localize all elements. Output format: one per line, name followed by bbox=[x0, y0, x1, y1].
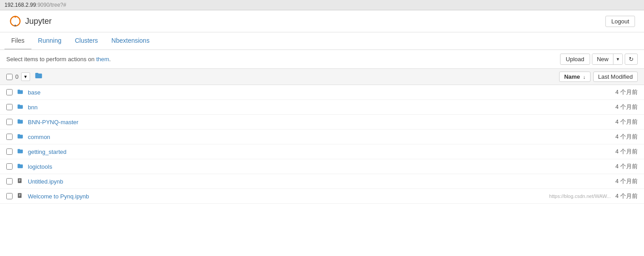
item-count: 0 bbox=[15, 73, 18, 80]
new-button[interactable]: New bbox=[592, 54, 613, 64]
file-row-left: Welcome to Pynq.ipynb bbox=[6, 193, 89, 200]
url-hint: https://blog.csdn.net/WAW... bbox=[549, 193, 611, 199]
jupyter-logo-icon bbox=[9, 15, 22, 27]
svg-rect-8 bbox=[18, 193, 22, 198]
tab-files[interactable]: Files bbox=[4, 32, 31, 49]
row-checkbox[interactable] bbox=[6, 193, 13, 199]
row-checkbox[interactable] bbox=[6, 148, 13, 155]
tab-nbextensions[interactable]: Nbextensions bbox=[105, 32, 156, 49]
address-ip: 192.168.2.99 bbox=[4, 2, 36, 8]
row-checkbox[interactable] bbox=[6, 119, 13, 125]
folder-icon bbox=[17, 163, 23, 171]
file-row-left: bnn bbox=[6, 103, 38, 111]
row-checkbox[interactable] bbox=[6, 178, 13, 184]
file-date: 4 个月前 bbox=[615, 88, 638, 96]
tab-clusters[interactable]: Clusters bbox=[68, 32, 105, 49]
new-folder-button[interactable] bbox=[33, 72, 44, 82]
table-row: getting_started 4 个月前 bbox=[0, 144, 644, 159]
toolbar-right: Upload New ▾ ↻ bbox=[560, 54, 638, 65]
file-date: 4 个月前 bbox=[615, 118, 638, 126]
refresh-button[interactable]: ↻ bbox=[625, 54, 638, 65]
tab-running[interactable]: Running bbox=[31, 32, 68, 49]
file-link[interactable]: Welcome to Pynq.ipynb bbox=[28, 193, 89, 200]
select-info: Select items to perform actions on them. bbox=[6, 56, 111, 63]
svg-point-2 bbox=[14, 16, 16, 18]
file-row-left: getting_started bbox=[6, 148, 66, 156]
address-bar: 192.168.2.99:9090/tree?# bbox=[0, 0, 644, 10]
row-checkbox[interactable] bbox=[6, 163, 13, 170]
select-all-checkbox[interactable] bbox=[6, 74, 13, 80]
sort-lastmod-button[interactable]: Last Modified bbox=[593, 72, 638, 82]
folder-icon bbox=[17, 89, 23, 96]
folder-icon bbox=[17, 133, 23, 141]
row-checkbox[interactable] bbox=[6, 134, 13, 140]
file-row-left: base bbox=[6, 89, 40, 96]
table-row: bnn 4 个月前 bbox=[0, 100, 644, 115]
new-dropdown-button[interactable]: ▾ bbox=[613, 54, 622, 64]
file-list-header: 0 ▾ Name ↓ Last Modified bbox=[0, 68, 644, 85]
row-checkbox[interactable] bbox=[6, 89, 13, 95]
table-row: BNN-PYNQ-master 4 个月前 bbox=[0, 115, 644, 130]
table-row: Untitled.ipynb 4 个月前 bbox=[0, 174, 644, 189]
notebook-icon bbox=[17, 193, 23, 200]
tabs-bar: Files Running Clusters Nbextensions bbox=[0, 32, 644, 50]
upload-button[interactable]: Upload bbox=[560, 54, 590, 65]
file-row-left: logictools bbox=[6, 163, 52, 171]
file-link[interactable]: BNN-PYNQ-master bbox=[28, 119, 79, 126]
sort-name-button[interactable]: Name ↓ bbox=[559, 72, 591, 82]
file-link[interactable]: logictools bbox=[28, 163, 52, 170]
table-row: Welcome to Pynq.ipynb https://blog.csdn.… bbox=[0, 189, 644, 204]
file-link[interactable]: base bbox=[28, 89, 40, 96]
file-link[interactable]: Untitled.ipynb bbox=[28, 178, 63, 185]
toolbar: Select items to perform actions on them.… bbox=[0, 50, 644, 68]
select-message-link[interactable]: them bbox=[96, 56, 109, 63]
file-date: 4 个月前 bbox=[615, 177, 638, 185]
folder-icon bbox=[17, 103, 23, 111]
logout-button[interactable]: Logout bbox=[605, 16, 635, 27]
svg-rect-4 bbox=[18, 178, 22, 183]
notebook-icon bbox=[17, 178, 23, 185]
app-title: Jupyter bbox=[25, 17, 52, 26]
file-date: 4 个月前 bbox=[615, 103, 638, 111]
item-count-dropdown[interactable]: ▾ bbox=[21, 72, 30, 81]
file-row-left: Untitled.ipynb bbox=[6, 178, 63, 185]
file-date: 4 个月前 bbox=[615, 133, 638, 141]
folder-icon bbox=[17, 148, 23, 156]
table-row: base 4 个月前 bbox=[0, 85, 644, 100]
folder-icon bbox=[17, 118, 23, 126]
file-date: 4 个月前 bbox=[615, 148, 638, 156]
file-link[interactable]: common bbox=[28, 134, 50, 140]
file-date: 4 个月前 bbox=[615, 162, 638, 171]
table-row: logictools 4 个月前 bbox=[0, 159, 644, 174]
file-list: base 4 个月前 bnn 4 个月前 BNN-PYNQ-master 4 个… bbox=[0, 85, 644, 204]
svg-point-3 bbox=[14, 25, 16, 27]
file-list-header-right: Name ↓ Last Modified bbox=[559, 72, 638, 82]
header: Jupyter Logout bbox=[0, 10, 644, 32]
file-date: 4 个月前 bbox=[615, 192, 638, 200]
folder-icon bbox=[35, 72, 43, 80]
new-button-group: New ▾ bbox=[592, 54, 623, 65]
address-port-path: :9090/tree?# bbox=[36, 2, 66, 8]
file-row-left: BNN-PYNQ-master bbox=[6, 118, 79, 126]
row-checkbox[interactable] bbox=[6, 104, 13, 110]
select-message: Select items to perform actions on bbox=[6, 56, 96, 63]
file-row-left: common bbox=[6, 133, 50, 141]
file-list-header-left: 0 ▾ bbox=[6, 72, 44, 82]
logo-area: Jupyter bbox=[9, 15, 52, 27]
file-link[interactable]: getting_started bbox=[28, 148, 66, 155]
file-link[interactable]: bnn bbox=[28, 104, 38, 111]
table-row: common 4 个月前 bbox=[0, 130, 644, 144]
